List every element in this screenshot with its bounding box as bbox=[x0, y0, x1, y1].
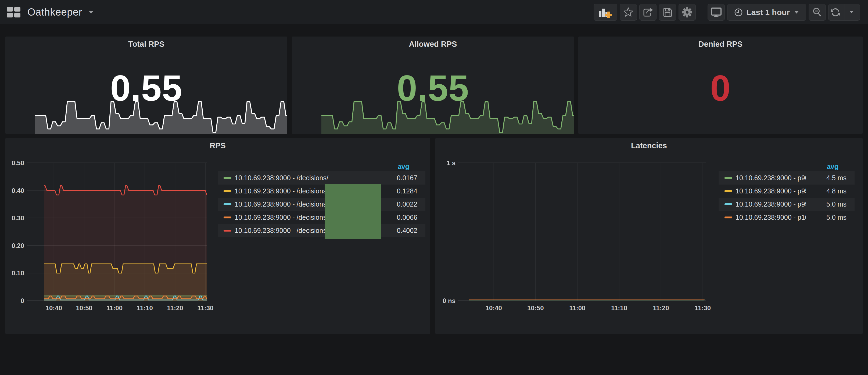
dashboard-title[interactable]: Oathkeeper bbox=[27, 6, 82, 18]
rps-legend: 10.10.69.238:9000 - /decisions/0.016710.… bbox=[218, 171, 425, 237]
series-label: 10.10.69.238:9000 - p95 bbox=[736, 187, 806, 195]
legend-header-avg[interactable]: avg bbox=[719, 163, 846, 170]
series-color-dash[interactable] bbox=[224, 204, 231, 205]
zoom-out-icon bbox=[812, 7, 823, 18]
x-axis-tick-label: 11:30 bbox=[192, 304, 219, 312]
zoom-out-button[interactable] bbox=[809, 4, 826, 21]
legend-row[interactable]: 10.10.69.238:9000 - p1005.0 ms bbox=[719, 211, 855, 224]
y-axis-tick-label: 1 s bbox=[435, 159, 456, 167]
series-label: 10.10.69.238:9000 - /decisions/ bbox=[235, 174, 377, 182]
legend-row[interactable]: 10.10.69.238:9000 - p904.5 ms bbox=[719, 171, 855, 185]
series-color-dash[interactable] bbox=[224, 177, 231, 179]
save-button[interactable] bbox=[659, 4, 676, 21]
x-axis-tick-label: 11:00 bbox=[101, 304, 128, 312]
panel-title[interactable]: Denied RPS bbox=[578, 40, 863, 49]
panel-title[interactable]: Total RPS bbox=[5, 40, 287, 49]
series-color-dash[interactable] bbox=[224, 230, 231, 231]
legend-row[interactable]: 10.10.69.238:9000 - /decisions/0.1284 bbox=[218, 185, 425, 198]
panel-latencies-graph: Latencies avg 10.10.69.238:9000 - p904.5… bbox=[435, 138, 863, 334]
series-avg-value: 0.0167 bbox=[377, 174, 425, 182]
add-panel-icon bbox=[598, 6, 613, 18]
panel-rps-graph: RPS avg 10.10.69.238:9000 - /decisions/0… bbox=[5, 138, 430, 334]
share-button[interactable] bbox=[639, 4, 656, 21]
series-avg-value: 4.5 ms bbox=[806, 174, 855, 182]
series-color-dash[interactable] bbox=[224, 190, 231, 192]
y-axis-tick-label: 0.20 bbox=[3, 242, 24, 250]
series-avg-value: 0.0022 bbox=[377, 200, 425, 208]
settings-icon bbox=[682, 7, 693, 18]
dashboard-title-group[interactable]: Oathkeeper bbox=[7, 0, 94, 24]
grafana-dashboard: Oathkeeper bbox=[0, 0, 868, 375]
series-avg-value: 5.0 ms bbox=[806, 214, 855, 221]
y-axis-tick-label: 0.30 bbox=[3, 214, 24, 222]
legend-row[interactable]: 10.10.69.238:9000 - /decisions/0.0066 bbox=[218, 211, 425, 224]
latencies-legend: 10.10.69.238:9000 - p904.5 ms10.10.69.23… bbox=[719, 171, 855, 224]
series-avg-value: 0.1284 bbox=[377, 187, 425, 195]
series-color-dash[interactable] bbox=[724, 190, 732, 192]
navbar: Oathkeeper bbox=[0, 0, 868, 24]
y-axis-tick-label: 0 ns bbox=[435, 297, 456, 305]
x-axis-tick-label: 11:00 bbox=[564, 304, 591, 312]
refresh-interval-dropdown[interactable] bbox=[845, 10, 858, 15]
legend-row[interactable]: 10.10.69.238:9000 - /decisions/0.0022 bbox=[218, 198, 425, 211]
series-avg-value: 0.0066 bbox=[377, 214, 425, 221]
refresh-caret-icon bbox=[849, 10, 854, 13]
series-color-dash[interactable] bbox=[724, 204, 732, 205]
legend-row[interactable]: 10.10.69.238:9000 - p954.8 ms bbox=[719, 185, 855, 198]
series-label: 10.10.69.238:9000 - p99 bbox=[736, 200, 806, 208]
x-axis-tick-label: 10:50 bbox=[71, 304, 98, 312]
panel-denied-rps: Denied RPS 0 bbox=[578, 36, 863, 134]
sparkline-allowed-rps bbox=[321, 100, 574, 134]
y-axis-tick-label: 0.40 bbox=[3, 187, 24, 194]
cycle-view-button[interactable] bbox=[708, 4, 725, 21]
cycle-view-icon bbox=[711, 7, 722, 18]
y-axis-tick-label: 0 bbox=[3, 297, 24, 305]
green-overlay-block bbox=[324, 184, 381, 239]
x-axis-tick-label: 11:20 bbox=[162, 304, 189, 312]
series-avg-value: 4.8 ms bbox=[806, 187, 855, 195]
panel-title[interactable]: Allowed RPS bbox=[292, 40, 574, 49]
add-panel-button[interactable] bbox=[594, 4, 617, 21]
series-color-dash[interactable] bbox=[724, 177, 732, 179]
save-icon bbox=[662, 7, 673, 18]
x-axis-tick-label: 11:20 bbox=[648, 304, 675, 312]
star-button[interactable] bbox=[620, 4, 637, 21]
legend-header-avg[interactable]: avg bbox=[218, 163, 417, 170]
x-axis-tick-label: 10:40 bbox=[480, 304, 507, 312]
dashboards-icon bbox=[7, 7, 21, 18]
panel-total-rps: Total RPS 0.55 bbox=[5, 36, 287, 134]
time-caret-icon bbox=[794, 11, 799, 14]
sparkline-total-rps bbox=[35, 100, 287, 134]
share-icon bbox=[642, 7, 654, 18]
navbar-actions: Last 1 hour bbox=[594, 4, 860, 21]
series-avg-value: 5.0 ms bbox=[806, 200, 855, 208]
stat-value-denied-rps: 0 bbox=[578, 70, 863, 106]
y-axis-tick-label: 0.50 bbox=[3, 159, 24, 167]
star-icon bbox=[623, 7, 634, 18]
time-range-picker[interactable]: Last 1 hour bbox=[727, 4, 806, 21]
legend-row[interactable]: 10.10.69.238:9000 - /decisions/0.4002 bbox=[218, 224, 425, 237]
series-color-dash[interactable] bbox=[724, 217, 732, 218]
y-axis-tick-label: 0.10 bbox=[3, 270, 24, 277]
x-axis-tick-label: 11:10 bbox=[131, 304, 158, 312]
series-avg-value: 0.4002 bbox=[377, 227, 425, 235]
series-label: 10.10.69.238:9000 - p100 bbox=[736, 214, 806, 221]
x-axis-tick-label: 10:40 bbox=[40, 304, 67, 312]
clock-icon bbox=[734, 8, 743, 17]
refresh-icon bbox=[830, 7, 841, 18]
title-caret-icon[interactable] bbox=[89, 11, 94, 13]
series-label: 10.10.69.238:9000 - p90 bbox=[736, 174, 806, 182]
x-axis-tick-label: 11:10 bbox=[606, 304, 632, 312]
x-axis-tick-label: 11:30 bbox=[689, 304, 716, 312]
series-color-dash[interactable] bbox=[224, 217, 231, 218]
refresh-button[interactable] bbox=[828, 4, 860, 21]
settings-button[interactable] bbox=[679, 4, 696, 21]
panel-allowed-rps: Allowed RPS 0.55 bbox=[292, 36, 574, 134]
x-axis-tick-label: 10:50 bbox=[522, 304, 549, 312]
time-range-label: Last 1 hour bbox=[746, 8, 790, 17]
legend-row[interactable]: 10.10.69.238:9000 - /decisions/0.0167 bbox=[218, 171, 425, 185]
legend-row[interactable]: 10.10.69.238:9000 - p995.0 ms bbox=[719, 198, 855, 211]
